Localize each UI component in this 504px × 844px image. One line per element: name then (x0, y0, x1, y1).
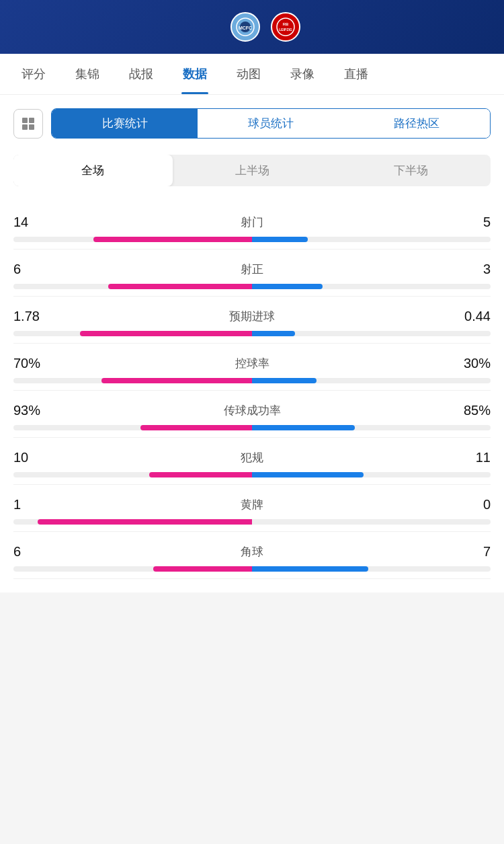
stat-row-5: 10犯规11 (13, 438, 491, 485)
stat-bar-2 (13, 331, 491, 336)
svg-text:MCFC: MCFC (239, 26, 252, 30)
stat-left-val-1: 6 (13, 262, 67, 277)
nav-tabs: 评分集锦战报数据动图录像直播 (0, 54, 504, 95)
period-tab-full[interactable]: 全场 (13, 155, 173, 186)
stat-left-val-5: 10 (13, 450, 67, 465)
period-tab-second-half[interactable]: 下半场 (331, 155, 491, 186)
svg-text:RB: RB (283, 22, 289, 26)
stat-left-val-2: 1.78 (13, 309, 67, 324)
stat-bar-0 (13, 237, 491, 242)
nav-tab-5[interactable]: 录像 (276, 54, 329, 94)
stat-label-1: 射正 (67, 262, 437, 277)
away-team-logo: RB LEIPZIG (271, 12, 300, 42)
sub-tabs-row: 比赛统计 球员统计 路径热区 (13, 108, 491, 139)
nav-tab-6[interactable]: 直播 (329, 54, 383, 94)
sub-tab-match-stats[interactable]: 比赛统计 (52, 109, 198, 138)
stat-right-val-5: 11 (437, 450, 491, 465)
stat-label-5: 犯规 (67, 450, 437, 465)
stat-label-2: 预期进球 (67, 309, 437, 324)
stat-right-val-7: 7 (437, 544, 491, 560)
stat-right-val-4: 85% (437, 403, 491, 418)
stat-right-val-6: 0 (437, 497, 491, 512)
stat-left-val-0: 14 (13, 215, 67, 230)
stat-left-val-4: 93% (13, 403, 67, 418)
svg-rect-9 (29, 124, 34, 130)
sub-tab-heatmap[interactable]: 路径热区 (344, 109, 490, 138)
stat-row-4: 93%传球成功率85% (13, 391, 491, 438)
stat-row-0: 14射门5 (13, 202, 491, 250)
stat-label-4: 传球成功率 (67, 403, 437, 418)
nav-tab-4[interactable]: 动图 (222, 54, 276, 94)
stat-row-7: 6角球7 (13, 532, 491, 579)
stat-row-3: 70%控球率30% (13, 344, 491, 391)
sub-tab-player-stats[interactable]: 球员统计 (198, 109, 343, 138)
stat-row-6: 1黄牌0 (13, 485, 491, 532)
nav-tab-2[interactable]: 战报 (114, 54, 168, 94)
period-tab-first-half[interactable]: 上半场 (173, 155, 332, 186)
svg-point-3 (277, 18, 294, 36)
nav-tab-0[interactable]: 评分 (7, 54, 60, 94)
nav-tab-3[interactable]: 数据 (168, 54, 222, 94)
stat-bar-1 (13, 284, 491, 289)
stat-label-6: 黄牌 (67, 497, 437, 512)
nav-tab-1[interactable]: 集锦 (60, 54, 114, 94)
stat-left-val-3: 70% (13, 356, 67, 371)
stat-label-0: 射门 (67, 215, 437, 230)
svg-text:LEIPZIG: LEIPZIG (279, 28, 292, 32)
stat-label-7: 角球 (67, 544, 437, 560)
stat-bar-7 (13, 566, 491, 572)
stat-row-2: 1.78预期进球0.44 (13, 297, 491, 344)
header: MCFC RB LEIPZIG (0, 0, 504, 54)
stat-left-val-6: 1 (13, 497, 67, 512)
svg-rect-7 (29, 118, 34, 123)
stat-right-val-0: 5 (437, 215, 491, 230)
stat-label-3: 控球率 (67, 356, 437, 371)
stat-row-1: 6射正3 (13, 250, 491, 297)
compare-icon[interactable] (13, 109, 43, 139)
svg-rect-6 (22, 118, 28, 123)
stat-bar-6 (13, 519, 491, 525)
home-team-logo: MCFC (230, 12, 260, 42)
stats-container: 14射门56射正31.78预期进球0.4470%控球率30%93%传球成功率85… (13, 202, 491, 579)
stat-right-val-1: 3 (437, 262, 491, 277)
stat-right-val-3: 30% (437, 356, 491, 371)
stat-bar-5 (13, 472, 491, 477)
main-content: 比赛统计 球员统计 路径热区 全场 上半场 下半场 14射门56射正31.78预… (0, 95, 504, 592)
stat-right-val-2: 0.44 (437, 309, 491, 324)
sub-tabs: 比赛统计 球员统计 路径热区 (51, 108, 491, 139)
stat-left-val-7: 6 (13, 544, 67, 560)
stat-bar-4 (13, 425, 491, 430)
period-tabs: 全场 上半场 下半场 (13, 155, 491, 186)
match-title: MCFC RB LEIPZIG (225, 12, 306, 42)
svg-rect-8 (22, 124, 28, 130)
stat-bar-3 (13, 378, 491, 383)
